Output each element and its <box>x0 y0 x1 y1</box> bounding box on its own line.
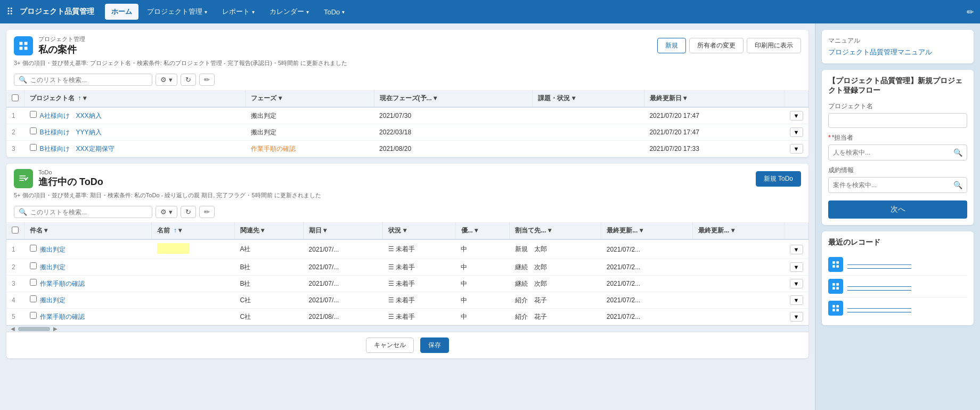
subject-link[interactable]: 搬出判定 <box>40 296 66 304</box>
th-action <box>785 222 808 239</box>
top-navigation: ⠿ プロジェクト品質管理 ホーム プロジェクト管理 ▾ レポート ▾ カレンダー… <box>0 0 980 23</box>
save-button[interactable]: 保存 <box>420 337 449 353</box>
svg-rect-14 <box>832 287 835 290</box>
project-name-link[interactable]: A社様向け XXX納入 <box>40 112 102 119</box>
cancel-button[interactable]: キャンセル <box>366 337 414 353</box>
filter-icon[interactable]: ▾ <box>261 227 264 234</box>
nav-calendar[interactable]: カレンダー ▾ <box>263 4 315 20</box>
todo-select-all[interactable] <box>12 227 19 234</box>
th-project-name: プロジェクト名 ↑ ▾ <box>24 90 246 107</box>
project-name-input[interactable] <box>828 113 967 128</box>
filter-icon[interactable]: ▾ <box>434 94 437 102</box>
todo-settings-button[interactable]: ⚙ ▾ <box>156 206 177 218</box>
row-checkbox[interactable] <box>30 127 37 134</box>
todo-search-box[interactable]: 🔍 <box>14 206 152 218</box>
action-cell: ▼ <box>785 292 808 309</box>
horizontal-scrollbar[interactable]: ◀ ▶ <box>6 325 808 332</box>
filter-icon[interactable]: ▾ <box>683 94 687 102</box>
assignee-input[interactable] <box>829 146 949 159</box>
row-action-button[interactable]: ▼ <box>790 127 803 137</box>
row-checkbox[interactable] <box>30 312 37 319</box>
table-row: 4 搬出判定 C社 2021/07/... ☰未着手 中 紹介 花子 2021/… <box>6 292 808 309</box>
th-issue: 課題・状況 ▾ <box>533 90 644 107</box>
row-action-button[interactable]: ▼ <box>790 312 803 321</box>
row-action-button[interactable]: ▼ <box>790 279 803 288</box>
left-content: プロジェクト管理 私の案件 新規 所有者の変更 印刷用に表示 3+ 個の項目・並… <box>0 23 815 410</box>
main-container: プロジェクト管理 私の案件 新規 所有者の変更 印刷用に表示 3+ 個の項目・並… <box>0 23 980 410</box>
filter-icon[interactable]: ▾ <box>44 227 47 234</box>
project-name-link[interactable]: B社様向け YYY納入 <box>40 128 102 136</box>
project-card-label: プロジェクト管理 <box>38 35 652 43</box>
project-settings-button[interactable]: ⚙ ▾ <box>156 74 177 86</box>
svg-rect-1 <box>24 42 28 45</box>
assignee-cell: 紹介 花子 <box>510 309 601 325</box>
todo-edit-button[interactable]: ✏ <box>199 206 215 218</box>
subject-link[interactable]: 作業手順の確認 <box>40 313 85 320</box>
todo-search-input[interactable] <box>30 208 148 216</box>
project-name-link[interactable]: B社様向け XXX定期保守 <box>40 145 115 152</box>
new-todo-button[interactable]: 新規 ToDo <box>756 171 801 187</box>
table-row: 1 A社様向け XXX納入 搬出判定 2021/07/30 2021/07/20… <box>6 107 808 124</box>
recent-link-1[interactable]: —————————— <box>847 261 911 269</box>
filter-icon[interactable]: ▾ <box>403 227 406 234</box>
row-action-button[interactable]: ▼ <box>790 111 803 120</box>
contract-input[interactable] <box>829 178 949 192</box>
row-checkbox[interactable] <box>30 245 37 252</box>
project-search-box[interactable]: 🔍 <box>14 74 152 86</box>
change-owner-button[interactable]: 所有者の変更 <box>689 38 744 53</box>
search-icon: 🔍 <box>19 208 27 216</box>
project-card-header: プロジェクト管理 私の案件 新規 所有者の変更 印刷用に表示 <box>6 30 808 59</box>
filter-icon[interactable]: ▾ <box>640 227 643 234</box>
recent-link-3[interactable]: —————————— <box>847 304 911 312</box>
row-checkbox[interactable] <box>30 279 37 286</box>
recent-link-2[interactable]: —————————— <box>847 283 911 291</box>
filter-icon[interactable]: ▾ <box>83 94 86 102</box>
filter-icon[interactable]: ▾ <box>475 227 478 234</box>
recent-records-section: 最近のレコード —————————— —————————— —————————— <box>822 231 974 325</box>
row-action-button[interactable]: ▼ <box>790 295 803 305</box>
filter-icon[interactable]: ▾ <box>323 227 326 234</box>
subject-cell: 搬出判定 <box>24 292 152 309</box>
status-cell: ☰未着手 <box>383 259 455 276</box>
nav-todo[interactable]: ToDo ▾ <box>317 5 351 19</box>
row-checkbox[interactable] <box>30 262 37 269</box>
row-action-button[interactable]: ▼ <box>790 245 803 254</box>
nav-reports[interactable]: レポート ▾ <box>216 4 261 20</box>
subject-link[interactable]: 搬出判定 <box>40 246 66 253</box>
row-checkbox[interactable] <box>30 295 37 302</box>
nav-home[interactable]: ホーム <box>105 4 138 20</box>
filter-icon[interactable]: ▾ <box>731 227 734 234</box>
assignee-field[interactable]: 🔍 <box>828 144 967 160</box>
phase-link[interactable]: 作業手順の確認 <box>251 145 296 152</box>
select-all-checkbox[interactable] <box>12 94 19 101</box>
todo-card-icon <box>14 169 33 188</box>
print-button[interactable]: 印刷用に表示 <box>747 38 801 53</box>
next-button[interactable]: 次へ <box>828 200 967 219</box>
name-cell <box>152 239 235 259</box>
filter-icon[interactable]: ▾ <box>548 227 551 234</box>
todo-refresh-button[interactable]: ↻ <box>181 206 196 218</box>
project-search-input[interactable] <box>30 76 148 84</box>
filter-icon[interactable]: ▾ <box>178 227 182 234</box>
nav-project-mgmt[interactable]: プロジェクト管理 ▾ <box>141 4 214 20</box>
filter-icon[interactable]: ▾ <box>572 94 575 102</box>
row-checkbox[interactable] <box>30 111 37 118</box>
scrollbar-thumb[interactable] <box>18 327 50 331</box>
project-refresh-button[interactable]: ↻ <box>181 74 196 86</box>
filter-icon[interactable]: ▾ <box>279 94 282 102</box>
related-cell: C社 <box>234 292 303 309</box>
subject-link[interactable]: 作業手順の確認 <box>40 280 85 287</box>
new-project-button[interactable]: 新規 <box>657 38 686 53</box>
pencil-icon[interactable]: ✏ <box>967 7 974 17</box>
manual-link[interactable]: プロジェクト品質管理マニュアル <box>828 48 932 56</box>
svg-rect-0 <box>20 42 23 45</box>
phase-cell: 搬出判定 <box>246 124 374 141</box>
row-action-button[interactable]: ▼ <box>790 262 803 272</box>
subject-link[interactable]: 搬出判定 <box>40 263 66 271</box>
row-action-button[interactable]: ▼ <box>790 144 803 154</box>
contract-field[interactable]: 🔍 <box>828 177 967 193</box>
search-icon: 🔍 <box>949 178 967 192</box>
project-edit-button[interactable]: ✏ <box>199 74 215 86</box>
row-checkbox[interactable] <box>30 144 37 151</box>
grid-icon[interactable]: ⠿ <box>6 6 13 18</box>
